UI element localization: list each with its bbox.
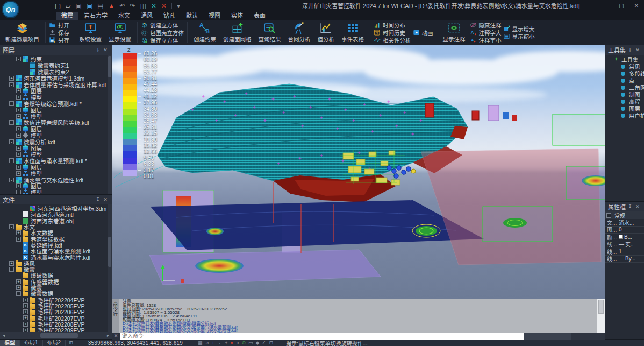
tree-item[interactable]: +毛坪矿202207EVP xyxy=(0,315,112,321)
时间历史-button[interactable]: 时间历史 xyxy=(374,29,411,36)
menu-tab-2[interactable]: 岩石力学 xyxy=(78,12,113,20)
menu-tab-6[interactable]: 默认 xyxy=(181,12,203,20)
expander-icon[interactable]: + xyxy=(16,114,21,119)
注释字小-button[interactable]: A注释字小 xyxy=(470,37,502,44)
tree-item[interactable]: -水文 xyxy=(0,224,112,230)
expander-icon[interactable]: + xyxy=(23,322,28,327)
close-icon[interactable]: ✕ xyxy=(634,47,641,53)
expander-icon[interactable]: - xyxy=(16,190,21,194)
隐藏注释-button[interactable]: 隐藏注释 xyxy=(470,22,502,29)
创建约束-button[interactable]: AB创建约束 xyxy=(191,21,219,44)
系统设置-button[interactable]: 系统设置 xyxy=(76,21,104,44)
restore-button[interactable]: ▢ xyxy=(614,0,629,12)
台网分析-button[interactable]: 台网分析 xyxy=(285,21,313,44)
显示缩小-button[interactable]: 显示缩小 xyxy=(503,33,535,40)
command-close-icon[interactable]: ✕ xyxy=(112,333,120,340)
new-layout-icon[interactable]: ⊞ xyxy=(66,340,76,345)
grid-toggle-icon[interactable]: ▦ xyxy=(198,340,203,346)
expander-icon[interactable]: + xyxy=(9,76,14,81)
tree-item[interactable]: -模型 xyxy=(0,189,112,194)
expander-icon[interactable]: + xyxy=(23,309,28,314)
tree-item[interactable]: 微震表约束1 xyxy=(0,62,112,69)
property-row[interactable]: 线...—By... xyxy=(605,256,644,263)
tree-item[interactable]: +模型 xyxy=(0,151,112,158)
时间分布-button[interactable]: 时间分布 xyxy=(374,22,411,29)
expander-icon[interactable]: + xyxy=(16,133,21,138)
close-red-icon[interactable]: ✕ xyxy=(161,0,167,12)
expander-icon[interactable]: - xyxy=(16,57,21,61)
注释字大-button[interactable]: A注释字大 xyxy=(470,29,502,36)
tree-item[interactable]: 制图 xyxy=(605,91,644,98)
close-button[interactable]: ✕ xyxy=(629,0,644,12)
console-scrollbar[interactable] xyxy=(597,299,605,333)
menu-tab-1[interactable]: 微震 xyxy=(56,12,78,20)
cube-icon[interactable]: ◫ xyxy=(140,0,146,12)
expander-icon[interactable]: + xyxy=(16,279,21,284)
expander-icon[interactable]: + xyxy=(23,315,28,320)
保存立方体-button[interactable]: 保存立方体 xyxy=(141,37,184,44)
tree-item[interactable]: +水文数据 xyxy=(0,230,112,236)
tree-item[interactable]: 用户扩展 xyxy=(605,112,644,119)
layout-tab-模型[interactable]: 模型 xyxy=(0,340,20,346)
new-file-icon[interactable]: ▢ xyxy=(55,0,61,12)
tree-item[interactable]: +图层 xyxy=(0,145,112,151)
expander-icon[interactable]: - xyxy=(9,139,14,144)
cleanscreen-icon[interactable]: ⊡ xyxy=(269,340,273,346)
expander-icon[interactable]: + xyxy=(16,126,21,131)
expander-icon[interactable]: - xyxy=(9,158,14,163)
tree-item[interactable]: +图层 xyxy=(0,126,112,132)
pin-icon[interactable]: ↧ xyxy=(626,204,634,209)
lineweight-icon[interactable]: ▭ xyxy=(248,340,253,346)
tree-item[interactable]: +毛坪矿202209EVP xyxy=(0,327,112,332)
包围壳立方体-button[interactable]: 包围壳立方体 xyxy=(141,29,184,36)
tree-item[interactable]: K蔓延路径.kdf xyxy=(0,242,112,248)
print-icon[interactable]: ▤ xyxy=(97,0,103,12)
polar-icon[interactable]: ⌐ xyxy=(219,340,222,346)
scroll-left-icon[interactable]: ◂ xyxy=(0,333,8,338)
files-scrollbar[interactable] xyxy=(108,204,112,332)
expander-icon[interactable]: - xyxy=(9,267,14,272)
close-icon[interactable]: ✕ xyxy=(634,204,641,209)
layout-tab-布局2[interactable]: 布局2 xyxy=(43,340,66,346)
minimize-button[interactable]: — xyxy=(599,0,614,12)
tree-item[interactable]: 三角网 xyxy=(605,84,644,91)
console-log[interactable]: 注意: 事件总数量: 1328 时间范围: 2025-07-01 06:57:5… xyxy=(119,299,597,333)
tree-item[interactable]: +图层 xyxy=(0,88,112,94)
expander-icon[interactable]: + xyxy=(23,303,28,308)
expander-icon[interactable]: + xyxy=(16,146,21,151)
tree-item[interactable]: -约束 xyxy=(0,56,112,62)
menu-tab-8[interactable]: 实体 xyxy=(226,12,248,20)
tree-item[interactable]: +模型 xyxy=(0,113,112,119)
tree-item[interactable]: 图层 xyxy=(605,105,644,112)
动画-button[interactable]: 动画 xyxy=(413,29,433,36)
expander-icon[interactable]: - xyxy=(9,178,14,182)
tree-item[interactable]: 高程 xyxy=(605,98,644,105)
expander-icon[interactable]: + xyxy=(16,171,21,176)
另存-button[interactable]: 另存 xyxy=(49,37,69,44)
expander-icon[interactable]: + xyxy=(16,237,21,242)
tree-item[interactable]: -微震 xyxy=(0,266,112,272)
tree-item[interactable]: +微震 xyxy=(0,285,112,291)
tree-item[interactable]: -数值计算岩爆风险等级.kdf xyxy=(0,119,112,126)
tree-item[interactable]: -岩爆等级综合预测.kdf * xyxy=(0,101,112,107)
menu-tab-7[interactable]: 视图 xyxy=(203,12,226,20)
record-icon[interactable]: ● xyxy=(231,340,233,346)
close-icon[interactable]: ✕ xyxy=(102,197,109,202)
显示增大-button[interactable]: 显示增大 xyxy=(503,25,535,32)
tree-item[interactable]: -微震分析.kdf xyxy=(0,138,112,145)
brand-a-icon[interactable]: ▲ xyxy=(109,0,115,12)
tree-item[interactable]: +图层 xyxy=(0,164,112,171)
collapse-icon[interactable]: - xyxy=(606,213,611,218)
tree-item[interactable]: +模型 xyxy=(0,132,112,139)
tree-item[interactable]: +模型 xyxy=(0,94,112,101)
tree-item[interactable]: 爆破数据 xyxy=(0,272,112,278)
新建微震项目-button[interactable]: 新建微震项目 xyxy=(3,21,42,44)
expander-icon[interactable]: - xyxy=(9,82,14,87)
command-input[interactable] xyxy=(120,333,524,340)
undo-icon[interactable]: ↶ xyxy=(120,0,125,12)
tree-item[interactable]: K涌水量与突水危险性.kdf xyxy=(0,254,112,260)
tree-item[interactable]: K水位面与涌水量预测.kdf xyxy=(0,248,112,254)
expander-icon[interactable]: + xyxy=(16,165,21,170)
expander-icon[interactable]: + xyxy=(23,328,28,332)
tree-item[interactable]: -涌水量与突水危险性.kdf xyxy=(0,176,112,183)
